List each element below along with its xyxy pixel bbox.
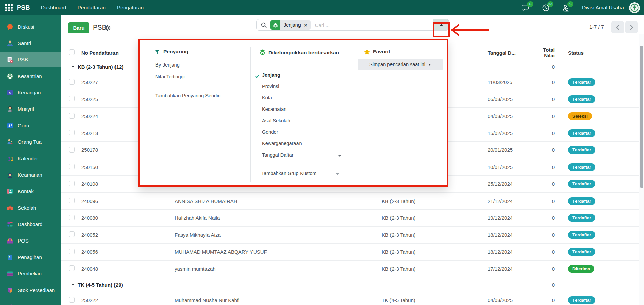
group-total-value: 0 — [527, 282, 555, 288]
sidebar-item-label: Karyawan — [18, 304, 40, 305]
sales-rep-icon[interactable]: 5 — [562, 4, 570, 12]
select-all-checkbox[interactable] — [69, 49, 75, 55]
row-checkbox[interactable] — [69, 231, 75, 237]
select-all-checkbox-cell — [61, 49, 81, 56]
groupby-item-tanggal-daftar[interactable]: Tanggal Daftar — [255, 152, 293, 158]
column-header-status[interactable]: Status — [565, 50, 644, 56]
sidebar-item-label: POS — [18, 238, 29, 244]
sidebar-item-orang-tua[interactable]: Orang Tua — [0, 134, 61, 149]
cell-total: 0 — [538, 181, 565, 187]
gear-icon[interactable] — [105, 25, 111, 31]
app-brand[interactable]: PSB — [17, 4, 30, 11]
row-checkbox[interactable] — [69, 147, 75, 152]
table-row[interactable]: 240052Fasya Mikhayla AizaKB (2-3 Tahun)1… — [61, 227, 644, 244]
sidebar-item-karyawan[interactable]: Karyawan — [0, 299, 61, 305]
apps-grid-icon[interactable] — [5, 4, 13, 11]
table-row[interactable]: 240096ANNISA SHIZA HUMAIRAHKB (2-3 Tahun… — [61, 193, 644, 210]
sidebar-item-kalender[interactable]: 31Kalender — [0, 151, 61, 166]
pager-next-button[interactable] — [625, 21, 638, 33]
check-icon — [255, 119, 260, 123]
cell-name: Muhammad Nusha Nur Kahfi — [175, 297, 382, 303]
company-switcher[interactable]: Divisi Amal Usaha — [582, 5, 624, 11]
cell-status: Terdaftar — [565, 95, 644, 103]
table-row[interactable]: 250222Muhammad Nusha Nur KahfiTK (4-5 Ta… — [61, 292, 644, 305]
sidebar-item-penagihan[interactable]: $Penagihan — [0, 250, 61, 265]
cell-status: Terdaftar — [565, 146, 644, 154]
row-checkbox[interactable] — [69, 198, 75, 203]
groupby-item-jenjang[interactable]: Jenjang — [255, 72, 280, 78]
row-checkbox[interactable] — [69, 130, 75, 135]
cell-no: 240048 — [81, 266, 175, 272]
group-total-value: 0 — [527, 64, 555, 70]
groupby-item-provinsi[interactable]: Provinsi — [255, 84, 279, 89]
caret-down-icon — [71, 284, 75, 286]
column-header-date[interactable]: Tanggal D... — [488, 50, 538, 56]
row-checkbox[interactable] — [69, 164, 75, 169]
new-record-button[interactable]: Baru — [68, 22, 89, 33]
sidebar-item-sekolah[interactable]: Sekolah — [0, 200, 61, 215]
table-row[interactable]: 240048yasmin mumtazahKB (2-3 Tahun)17/12… — [61, 261, 644, 278]
table-row[interactable]: 240080Hafizhah Akifa NailaKB (2-3 Tahun)… — [61, 210, 644, 227]
add-custom-filter[interactable]: Tambahkan Penyaring Sendiri — [155, 93, 220, 98]
cell-status: Terdaftar — [565, 163, 644, 171]
facet-remove-icon[interactable]: × — [304, 22, 307, 28]
app-sidebar: DiskusiSantriPSBKesantrian$KeuanganMusyr… — [0, 15, 61, 305]
sidebar-item-keamanan[interactable]: Keamanan — [0, 167, 61, 182]
sidebar-item-musyrif[interactable]: Musyrif — [0, 101, 61, 117]
groupby-item-kota[interactable]: Kota — [255, 95, 272, 100]
caret-down-icon — [428, 64, 431, 66]
sidebar-item-psb[interactable]: PSB — [0, 52, 61, 67]
cell-name: yasmin mumtazah — [175, 266, 382, 272]
row-checkbox[interactable] — [69, 79, 75, 85]
cell-total: 0 — [538, 113, 565, 119]
groupby-item-label: Asal Sekolah — [262, 118, 290, 123]
pager-previous-button[interactable] — [611, 21, 624, 33]
cell-date: 18/12/2024 — [488, 249, 538, 255]
save-current-search-button[interactable]: Simpan pencarian saat ini — [358, 59, 443, 70]
row-checkbox[interactable] — [69, 96, 75, 101]
row-checkbox[interactable] — [69, 181, 75, 186]
cell-total: 0 — [538, 147, 565, 153]
filters-section-title: Penyaring — [154, 49, 188, 55]
sidebar-item-diskusi[interactable]: Diskusi — [0, 19, 61, 34]
groupby-item-kewarganegaraan[interactable]: Kewarganegaraan — [255, 141, 302, 146]
sidebar-item-dashboard[interactable]: Dashboard — [0, 217, 61, 232]
cell-total: 0 — [538, 164, 565, 170]
sidebar-item-pembelian[interactable]: Pembelian — [0, 266, 61, 281]
column-header-total[interactable]: Total Nilai — [538, 47, 565, 58]
row-checkbox[interactable] — [69, 113, 75, 119]
groupby-item-gender[interactable]: Gender — [255, 129, 278, 135]
row-checkbox[interactable] — [69, 265, 75, 271]
sidebar-item-kesantrian[interactable]: Kesantrian — [0, 69, 61, 84]
row-checkbox[interactable] — [69, 297, 75, 303]
nav-menu-pengaturan[interactable]: Pengaturan — [117, 5, 144, 11]
sidebar-item-kontak[interactable]: Kontak — [0, 184, 61, 199]
nav-menu-pendaftaran[interactable]: Pendaftaran — [77, 5, 105, 11]
groupby-item-kecamatan[interactable]: Kecamatan — [255, 106, 286, 112]
filter-item-by-jenjang[interactable]: By Jenjang — [155, 62, 180, 68]
search-input[interactable] — [314, 22, 433, 28]
filter-item-nilai-tertinggi[interactable]: Nilai Tertinggi — [155, 74, 185, 79]
sidebar-item-keuangan[interactable]: $Keuangan — [0, 85, 61, 100]
row-checkbox[interactable] — [69, 249, 75, 254]
row-checkbox-cell — [61, 249, 81, 255]
nav-menu-dashboard[interactable]: Dashboard — [41, 5, 66, 11]
sidebar-item-santri[interactable]: Santri — [0, 36, 61, 51]
sidebar-item-stok-persediaan[interactable]: Stok Persediaan — [0, 282, 61, 298]
row-checkbox-cell — [61, 215, 81, 221]
cell-status: Terdaftar — [565, 231, 644, 239]
group-row[interactable]: TK (4-5 Tahun) (29)0 — [61, 277, 644, 292]
row-checkbox-cell — [61, 231, 81, 238]
chat-icon[interactable]: 6 — [521, 4, 530, 12]
sidebar-item-pos[interactable]: POS — [0, 233, 61, 248]
user-avatar[interactable] — [629, 2, 640, 13]
add-custom-group[interactable]: Tambahkan Grup Kustom — [261, 171, 316, 176]
row-checkbox[interactable] — [69, 215, 75, 220]
sidebar-item-guru[interactable]: Guru — [0, 118, 61, 133]
table-row[interactable]: 240056MUHAMAD MUMTAAZ ABQARY YUSUFKB (2-… — [61, 244, 644, 261]
vertical-scrollbar-thumb[interactable] — [640, 46, 643, 188]
activity-clock-icon[interactable]: 23 — [542, 4, 550, 12]
layers-icon — [259, 49, 266, 55]
groupby-item-asal-sekolah[interactable]: Asal Sekolah — [255, 118, 290, 123]
favorites-section-title: Favorit — [364, 49, 390, 55]
